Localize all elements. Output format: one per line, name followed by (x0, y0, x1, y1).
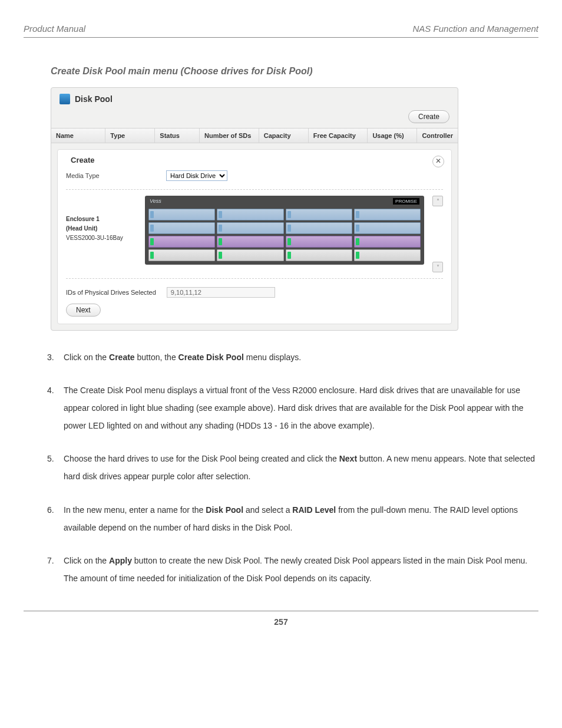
page-header: Product Manual NAS Function and Manageme… (24, 24, 538, 38)
col-controller: Controller (417, 129, 458, 143)
enclosure-graphic: Vess PROMISE (145, 196, 424, 265)
disk-pool-icon (59, 94, 70, 104)
drive-bay-2[interactable] (217, 209, 283, 220)
col-free-cap: Free Capacity (309, 129, 368, 143)
enclosure-brand-left: Vess (150, 198, 161, 204)
col-capacity: Capacity (259, 129, 309, 143)
drive-bay-9[interactable] (148, 236, 215, 248)
drive-bay-5[interactable] (148, 222, 215, 234)
close-icon[interactable]: ✕ (432, 156, 444, 167)
header-right: NAS Function and Management (413, 24, 538, 34)
drive-bay-6[interactable] (217, 222, 283, 234)
col-type: Type (105, 129, 155, 143)
create-button[interactable]: Create (408, 110, 449, 123)
drive-bay-1[interactable] (148, 209, 215, 220)
create-panel: ✕ Create Media Type Hard Disk Drive Encl… (57, 149, 452, 324)
page-footer: 257 (24, 611, 538, 627)
media-type-select[interactable]: Hard Disk Drive (166, 170, 227, 181)
ids-selected-field (167, 287, 275, 298)
drive-bay-7[interactable] (286, 222, 352, 234)
drive-bay-14[interactable] (217, 249, 283, 261)
drive-bay-16[interactable] (354, 249, 421, 261)
col-name: Name (51, 129, 105, 143)
drive-bay-15[interactable] (286, 249, 352, 261)
create-panel-title: Create (71, 156, 94, 164)
step-4: The Create Disk Pool menu displays a vir… (47, 381, 538, 434)
step-3: Click on the Create button, the Create D… (47, 348, 538, 366)
step-6: In the new menu, enter a name for the Di… (47, 501, 538, 536)
media-type-label: Media Type (66, 172, 154, 179)
enclosure-brand-right: PROMISE (393, 198, 419, 205)
step-7: Click on the Apply button to create the … (47, 552, 538, 587)
drive-bay-13[interactable] (148, 249, 215, 261)
drive-bay-10[interactable] (217, 236, 283, 248)
disk-pool-columns: Name Type Status Number of SDs Capacity … (51, 128, 458, 143)
scroll-up-icon[interactable]: ˄ (432, 196, 443, 206)
scroll-down-icon[interactable]: ˅ (432, 262, 443, 272)
page-number: 257 (274, 617, 287, 627)
drive-bay-8[interactable] (354, 222, 421, 234)
instruction-list: Click on the Create button, the Create D… (47, 348, 538, 587)
disk-pool-title: Disk Pool (75, 94, 113, 104)
section-title: Create Disk Pool main menu (Choose drive… (51, 66, 538, 77)
ids-selected-label: IDs of Physical Drives Selected (66, 289, 156, 296)
next-button[interactable]: Next (66, 304, 101, 317)
disk-pool-screenshot: Disk Pool Create Name Type Status Number… (51, 87, 458, 331)
col-usage: Usage (%) (368, 129, 417, 143)
drive-bay-11[interactable] (286, 236, 352, 248)
enclosure-labels: Enclosure 1 (Head Unit) VESS2000-3U-16Ba… (66, 196, 137, 243)
col-status: Status (155, 129, 200, 143)
step-5: Choose the hard drives to use for the Di… (47, 450, 538, 485)
drive-bay-4[interactable] (354, 209, 421, 220)
drive-bay-3[interactable] (286, 209, 352, 220)
col-number-sds: Number of SDs (200, 129, 259, 143)
drive-bay-12[interactable] (354, 236, 421, 248)
header-left: Product Manual (24, 24, 85, 34)
